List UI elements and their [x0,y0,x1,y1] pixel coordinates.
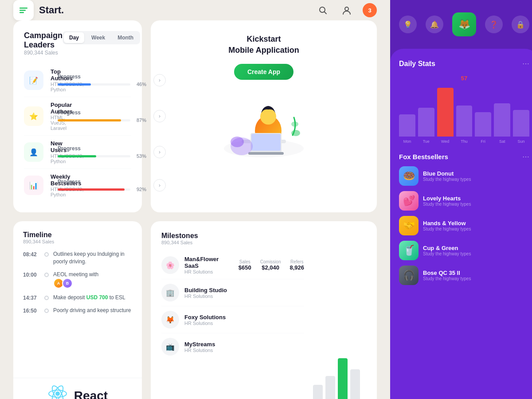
panel-content: Daily Stats ⋯ 57 MonTueWedThuFriSatSun F… [390,49,532,399]
fox-menu[interactable]: ⋯ [522,153,529,161]
milestone-stats: Sales $650 Comission $2,040 Refers 8,926 [239,259,304,271]
svg-point-3 [320,7,325,12]
stat-label: Comission [260,259,281,264]
campaign-title: Campaign Leaders [24,31,63,50]
milestones-card: Milestones 890,344 Sales 🌸 Man&Flower Sa… [151,221,377,399]
fox-title: Fox Bestsellers [399,153,448,160]
campaign-row: 📊 Weekly Bestsellers HTML/CSS/JS, Python… [24,169,131,202]
row-icon: 📊 [24,176,43,195]
fox-sub: Study the highway types [423,251,529,256]
milestone-sub: HR Solutions [184,348,215,353]
row-arrow[interactable]: › [153,179,166,192]
fox-thumbnail: 💕 [399,191,419,211]
right-panel: 💡 🔔 🦊 ❓ 🔒 Daily Stats ⋯ 57 MonTueWedThuF… [390,0,532,399]
svg-rect-0 [20,8,27,9]
chart-label: Mon [399,139,415,144]
milestone-sub: HR Solutions [184,293,227,299]
header: Start. 3 [0,0,390,20]
campaign-row: 👤 New Users HTML/CSS/JS, Python Progress… [24,136,131,169]
tab-day[interactable]: Day [64,32,84,43]
milestone-icon: 🏢 [161,284,179,301]
tab-month[interactable]: Month [112,32,139,43]
fox-emoji: 💕 [403,195,415,207]
campaign-header: Campaign Leaders 890,344 Sales Day Week … [24,31,131,56]
react-banner: React [13,378,142,399]
user-button[interactable] [339,2,355,18]
fox-emoji: 🎧 [403,270,415,281]
fox-thumbnail: 🎧 [399,266,419,285]
panel-icon-bulb[interactable]: 💡 [399,16,417,33]
svg-rect-2 [20,12,24,13]
row-progress: Progress 87% [58,110,146,123]
campaign-rows: 📝 Top Authors HTML/CSS/JS, Python Progre… [24,64,131,202]
milestone-info: Building Studio HR Solutions [184,287,227,299]
timeline-text: Make deposit USD 700 to ESL [53,294,125,301]
svg-rect-12 [248,152,284,155]
timeline-items: 08:42 Outlines keep you Indulging in poo… [23,250,132,314]
panel-top: 💡 🔔 🦊 ❓ 🔒 [390,0,532,49]
milestone-sub: HR Solutions [184,321,226,326]
panel-icon-lock[interactable]: 🔒 [512,16,529,33]
stat-label: Refers [289,259,304,264]
mini-bar [313,385,323,399]
milestone-row: 🏢 Building Studio HR Solutions [161,279,304,306]
fox-sub: Study the highway types [423,227,529,231]
fox-item: 🥤 Cup & Green Study the highway types [399,241,529,260]
row-arrow[interactable]: › [153,146,166,158]
app-title: Start. [39,4,309,16]
milestone-icon: 🦊 [161,311,179,329]
milestones-title: Milestones [161,232,304,240]
panel-icon-bell[interactable]: 🔔 [426,16,443,33]
stat-refers: Refers 8,926 [289,259,304,271]
progress-bar-wrap: 87% [58,117,146,123]
timeline-item: 14:37 Make deposit USD 700 to ESL [23,294,132,301]
chart-bar [513,110,529,137]
chart-label: Tue [418,139,434,144]
milestone-info: Foxy Solutions HR Solutions [184,314,226,326]
stat-sales: Sales $650 [239,259,251,271]
daily-stats-menu[interactable]: ⋯ [522,59,529,68]
milestone-name: Man&Flower SaaS [184,256,233,269]
svg-point-14 [231,137,244,147]
mini-bar [325,376,335,399]
stat-commission: Comission $2,040 [260,259,281,271]
timeline-item: 10:00 AEOL meeting with A B [23,271,132,289]
tab-week[interactable]: Week [86,32,110,43]
milestone-info: MyStreams HR Solutions [184,341,215,353]
panel-icon-fox[interactable]: 🦊 [452,12,476,36]
progress-label: Progress [58,179,146,185]
create-app-button[interactable]: Create App [234,64,293,80]
row-icon: 📝 [24,70,43,90]
svg-point-17 [55,391,60,396]
progress-bar-fill [58,119,121,121]
timeline-dot [44,252,49,257]
campaign-subtitle: 890,344 Sales [24,50,63,56]
content-grid: Kickstart Mobile Application Create App [0,20,390,399]
row-arrow[interactable]: › [153,74,166,86]
search-button[interactable] [315,2,331,18]
panel-icon-help[interactable]: ❓ [485,16,503,33]
fox-section: Fox Bestsellers ⋯ 🍩 Blue Donut Study the… [399,153,529,285]
chart-peak: 57 [399,75,529,82]
progress-label: Progress [58,74,146,80]
svg-rect-1 [20,10,26,11]
row-arrow[interactable]: › [153,110,166,122]
row-icon: ⭐ [24,106,43,126]
fox-info: Lovely Hearts Study the highway types [423,195,529,207]
milestone-name: Foxy Solutions [184,314,226,321]
milestones-subtitle: 890,344 Sales [161,240,304,245]
campaign-row: ⭐ Popular Authors HTML, VueJS, Laravel P… [24,97,131,136]
row-progress: Progress 46% [58,74,146,87]
stat-label: Sales [239,259,251,264]
illustration [215,89,313,160]
timeline-time: 10:00 [23,272,40,278]
notification-badge[interactable]: 3 [363,3,377,17]
fox-info: Hands & Yellow Study the highway types [423,220,529,231]
progress-label: Progress [58,110,146,116]
mini-bar [350,369,360,399]
svg-rect-11 [251,134,281,151]
timeline-title: Timeline [23,231,132,239]
svg-point-15 [291,130,300,136]
progress-bar-bg [58,83,130,86]
chart-label: Wed [437,139,454,144]
